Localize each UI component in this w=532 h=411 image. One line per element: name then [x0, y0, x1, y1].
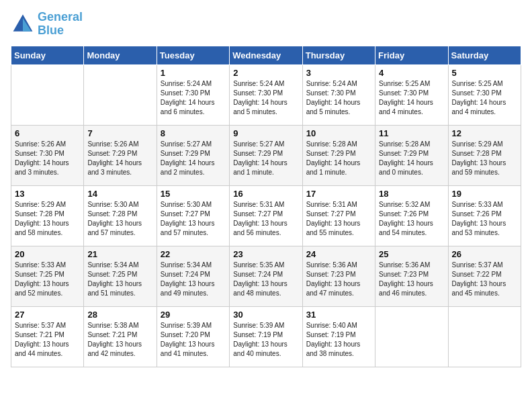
calendar-week-row: 6Sunrise: 5:26 AM Sunset: 7:30 PM Daylig…	[11, 125, 521, 185]
calendar-cell: 13Sunrise: 5:29 AM Sunset: 7:28 PM Dayli…	[11, 185, 84, 246]
calendar-cell: 14Sunrise: 5:30 AM Sunset: 7:28 PM Dayli…	[84, 185, 157, 246]
calendar-cell: 4Sunrise: 5:25 AM Sunset: 7:30 PM Daylig…	[375, 64, 448, 125]
day-info: Sunrise: 5:38 AM Sunset: 7:21 PM Dayligh…	[87, 321, 152, 359]
calendar-cell: 1Sunrise: 5:24 AM Sunset: 7:30 PM Daylig…	[157, 64, 229, 125]
calendar-cell: 3Sunrise: 5:24 AM Sunset: 7:30 PM Daylig…	[302, 64, 375, 125]
day-number: 16	[233, 189, 298, 199]
day-number: 10	[306, 128, 371, 138]
calendar-cell: 31Sunrise: 5:40 AM Sunset: 7:19 PM Dayli…	[302, 306, 375, 367]
calendar-week-row: 13Sunrise: 5:29 AM Sunset: 7:28 PM Dayli…	[11, 185, 521, 246]
day-number: 28	[87, 310, 152, 320]
day-info: Sunrise: 5:24 AM Sunset: 7:30 PM Dayligh…	[306, 79, 371, 117]
day-info: Sunrise: 5:27 AM Sunset: 7:29 PM Dayligh…	[161, 140, 226, 177]
day-info: Sunrise: 5:25 AM Sunset: 7:30 PM Dayligh…	[452, 79, 517, 117]
calendar-cell: 25Sunrise: 5:36 AM Sunset: 7:23 PM Dayli…	[375, 246, 448, 306]
logo: General Blue	[11, 11, 83, 38]
weekday-header-tuesday: Tuesday	[157, 46, 229, 64]
day-number: 11	[379, 128, 444, 138]
day-number: 24	[306, 249, 371, 259]
day-info: Sunrise: 5:34 AM Sunset: 7:24 PM Dayligh…	[161, 261, 226, 298]
weekday-header-monday: Monday	[84, 46, 157, 64]
day-info: Sunrise: 5:39 AM Sunset: 7:20 PM Dayligh…	[161, 321, 226, 359]
day-number: 25	[379, 249, 444, 259]
day-info: Sunrise: 5:25 AM Sunset: 7:30 PM Dayligh…	[379, 79, 444, 117]
day-number: 1	[161, 68, 226, 78]
day-number: 7	[87, 128, 152, 138]
day-number: 21	[87, 249, 152, 259]
day-number: 26	[452, 249, 517, 259]
calendar-cell: 18Sunrise: 5:32 AM Sunset: 7:26 PM Dayli…	[375, 185, 448, 246]
calendar-cell: 21Sunrise: 5:34 AM Sunset: 7:25 PM Dayli…	[84, 246, 157, 306]
day-number: 31	[306, 310, 371, 320]
day-number: 17	[306, 189, 371, 199]
calendar-week-row: 27Sunrise: 5:37 AM Sunset: 7:21 PM Dayli…	[11, 306, 521, 367]
calendar-cell: 10Sunrise: 5:28 AM Sunset: 7:29 PM Dayli…	[302, 125, 375, 185]
calendar-cell: 24Sunrise: 5:36 AM Sunset: 7:23 PM Dayli…	[302, 246, 375, 306]
calendar-cell: 27Sunrise: 5:37 AM Sunset: 7:21 PM Dayli…	[11, 306, 84, 367]
day-number: 20	[15, 249, 80, 259]
calendar-cell: 5Sunrise: 5:25 AM Sunset: 7:30 PM Daylig…	[448, 64, 521, 125]
weekday-header-row: SundayMondayTuesdayWednesdayThursdayFrid…	[11, 46, 521, 64]
day-info: Sunrise: 5:28 AM Sunset: 7:29 PM Dayligh…	[306, 140, 371, 177]
day-number: 22	[161, 249, 226, 259]
calendar-cell: 29Sunrise: 5:39 AM Sunset: 7:20 PM Dayli…	[157, 306, 229, 367]
day-info: Sunrise: 5:27 AM Sunset: 7:29 PM Dayligh…	[233, 140, 298, 177]
day-info: Sunrise: 5:26 AM Sunset: 7:29 PM Dayligh…	[87, 140, 152, 177]
day-info: Sunrise: 5:36 AM Sunset: 7:23 PM Dayligh…	[306, 261, 371, 298]
day-number: 12	[452, 128, 517, 138]
day-info: Sunrise: 5:29 AM Sunset: 7:28 PM Dayligh…	[15, 200, 80, 238]
calendar-cell	[448, 306, 521, 367]
day-info: Sunrise: 5:32 AM Sunset: 7:26 PM Dayligh…	[379, 200, 444, 238]
calendar-cell: 9Sunrise: 5:27 AM Sunset: 7:29 PM Daylig…	[230, 125, 302, 185]
calendar-cell: 2Sunrise: 5:24 AM Sunset: 7:30 PM Daylig…	[230, 64, 302, 125]
day-number: 6	[15, 128, 80, 138]
calendar-cell: 20Sunrise: 5:33 AM Sunset: 7:25 PM Dayli…	[11, 246, 84, 306]
day-number: 19	[452, 189, 517, 199]
calendar-cell: 26Sunrise: 5:37 AM Sunset: 7:22 PM Dayli…	[448, 246, 521, 306]
day-info: Sunrise: 5:28 AM Sunset: 7:29 PM Dayligh…	[379, 140, 444, 177]
page-header: General Blue	[11, 11, 521, 38]
day-info: Sunrise: 5:24 AM Sunset: 7:30 PM Dayligh…	[161, 79, 226, 117]
day-info: Sunrise: 5:36 AM Sunset: 7:23 PM Dayligh…	[379, 261, 444, 298]
calendar-week-row: 20Sunrise: 5:33 AM Sunset: 7:25 PM Dayli…	[11, 246, 521, 306]
day-info: Sunrise: 5:30 AM Sunset: 7:28 PM Dayligh…	[87, 200, 152, 238]
day-number: 23	[233, 249, 298, 259]
weekday-header-saturday: Saturday	[448, 46, 521, 64]
day-number: 29	[161, 310, 226, 320]
day-number: 18	[379, 189, 444, 199]
calendar-cell	[84, 64, 157, 125]
calendar-cell: 22Sunrise: 5:34 AM Sunset: 7:24 PM Dayli…	[157, 246, 229, 306]
day-info: Sunrise: 5:37 AM Sunset: 7:21 PM Dayligh…	[15, 321, 80, 359]
day-number: 30	[233, 310, 298, 320]
day-info: Sunrise: 5:31 AM Sunset: 7:27 PM Dayligh…	[306, 200, 371, 238]
calendar-cell: 15Sunrise: 5:30 AM Sunset: 7:27 PM Dayli…	[157, 185, 229, 246]
calendar-cell: 11Sunrise: 5:28 AM Sunset: 7:29 PM Dayli…	[375, 125, 448, 185]
day-info: Sunrise: 5:24 AM Sunset: 7:30 PM Dayligh…	[233, 79, 298, 117]
calendar-table: SundayMondayTuesdayWednesdayThursdayFrid…	[11, 46, 521, 367]
day-info: Sunrise: 5:37 AM Sunset: 7:22 PM Dayligh…	[452, 261, 517, 298]
day-info: Sunrise: 5:34 AM Sunset: 7:25 PM Dayligh…	[87, 261, 152, 298]
logo-text: General Blue	[38, 11, 83, 38]
weekday-header-sunday: Sunday	[11, 46, 84, 64]
calendar-cell: 30Sunrise: 5:39 AM Sunset: 7:19 PM Dayli…	[230, 306, 302, 367]
day-info: Sunrise: 5:40 AM Sunset: 7:19 PM Dayligh…	[306, 321, 371, 359]
day-number: 15	[161, 189, 226, 199]
day-info: Sunrise: 5:26 AM Sunset: 7:30 PM Dayligh…	[15, 140, 80, 177]
day-number: 2	[233, 68, 298, 78]
calendar-week-row: 1Sunrise: 5:24 AM Sunset: 7:30 PM Daylig…	[11, 64, 521, 125]
day-number: 8	[161, 128, 226, 138]
day-number: 4	[379, 68, 444, 78]
day-number: 27	[15, 310, 80, 320]
calendar-cell: 23Sunrise: 5:35 AM Sunset: 7:24 PM Dayli…	[230, 246, 302, 306]
day-number: 5	[452, 68, 517, 78]
calendar-cell: 7Sunrise: 5:26 AM Sunset: 7:29 PM Daylig…	[84, 125, 157, 185]
day-number: 9	[233, 128, 298, 138]
logo-icon	[11, 12, 35, 36]
day-info: Sunrise: 5:39 AM Sunset: 7:19 PM Dayligh…	[233, 321, 298, 359]
weekday-header-thursday: Thursday	[302, 46, 375, 64]
day-number: 13	[15, 189, 80, 199]
weekday-header-wednesday: Wednesday	[230, 46, 302, 64]
calendar-cell: 19Sunrise: 5:33 AM Sunset: 7:26 PM Dayli…	[448, 185, 521, 246]
day-info: Sunrise: 5:29 AM Sunset: 7:28 PM Dayligh…	[452, 140, 517, 177]
calendar-cell: 17Sunrise: 5:31 AM Sunset: 7:27 PM Dayli…	[302, 185, 375, 246]
